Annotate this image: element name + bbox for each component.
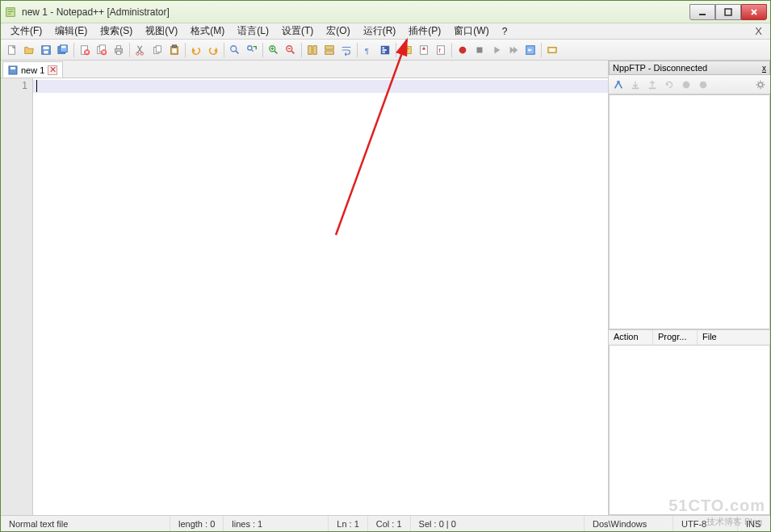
zoom-out-icon[interactable] [283,42,299,58]
nppftp-title: NppFTP - Disconnected [613,63,707,73]
ftp-col-action[interactable]: Action [609,330,653,345]
sync-h-icon[interactable] [321,42,337,58]
svg-point-56 [683,81,690,88]
svg-rect-8 [44,46,49,49]
svg-rect-52 [10,67,15,69]
save-all-icon[interactable] [55,42,71,58]
line-gutter: 1 [1,78,33,515]
undo-icon[interactable] [188,42,204,58]
menu-edit[interactable]: 编辑(E) [48,23,94,40]
editor: 1 [1,78,608,515]
open-file-icon[interactable] [21,42,37,58]
stop-macro-icon[interactable] [471,42,488,58]
ftp-col-progress[interactable]: Progr... [653,330,698,345]
close-button[interactable] [741,4,767,20]
wrap-icon[interactable] [338,42,354,58]
function-list-icon[interactable]: f [433,42,449,58]
menu-run[interactable]: 运行(R) [357,23,403,40]
menu-format[interactable]: 格式(M) [184,23,231,40]
window-controls [689,4,767,20]
svg-rect-24 [156,45,161,52]
show-all-chars-icon[interactable]: ¶ [360,42,376,58]
menu-file[interactable]: 文件(F) [4,23,48,40]
toolbar-separator [185,43,186,57]
status-filetype: Normal text file [1,516,170,531]
find-icon[interactable] [227,42,243,58]
statusbar: Normal text file length : 0 lines : 1 Ln… [1,515,770,531]
save-icon[interactable] [38,42,54,58]
maximize-button[interactable] [715,4,741,20]
menu-view[interactable]: 视图(V) [139,23,184,40]
menu-language[interactable]: 语言(L) [231,23,275,40]
save-macro-icon[interactable] [522,42,538,58]
toolbar-separator [224,43,224,57]
editor-tab[interactable]: new 1 ✕ [2,61,63,77]
menu-search[interactable]: 搜索(S) [94,23,139,40]
nppftp-close-icon[interactable]: x [762,64,766,73]
menu-settings[interactable]: 设置(T) [275,23,320,40]
editor-text-area[interactable] [33,78,608,515]
ftp-abort-icon [678,77,694,93]
cut-icon[interactable] [132,42,149,58]
status-mode: INS [738,516,770,531]
nppftp-toolbar [609,75,770,94]
svg-rect-27 [172,48,176,52]
svg-rect-20 [116,51,120,54]
toolbar-separator [301,43,302,57]
ftp-messages-header: Action Progr... File [609,329,770,346]
ftp-settings-icon[interactable] [752,77,769,93]
play-multi-icon[interactable] [505,42,522,58]
doc-map-icon[interactable] [416,42,432,58]
new-file-icon[interactable] [4,42,20,58]
svg-text:¶: ¶ [365,45,369,54]
svg-rect-54 [632,87,639,89]
window-title: new 1 - Notepad++ [Administrator] [22,6,689,18]
show-ftp-icon[interactable] [544,42,560,58]
print-icon[interactable] [111,42,127,58]
text-caret [36,80,37,92]
menu-macro[interactable]: 宏(O) [320,23,356,40]
indent-guide-icon[interactable] [377,42,393,58]
ftp-messages-list[interactable] [609,346,770,515]
user-lang-icon[interactable] [399,42,415,58]
play-macro-icon[interactable] [488,42,505,58]
file-icon [8,65,18,75]
status-encoding: UTF-8 [673,516,738,531]
tab-close-icon[interactable]: ✕ [48,65,57,75]
toolbar-separator [357,43,358,57]
svg-point-43 [422,47,425,50]
toolbar-separator [451,43,452,57]
redo-icon[interactable] [205,42,221,58]
svg-rect-26 [172,44,176,47]
svg-rect-9 [44,50,48,53]
svg-point-28 [231,45,237,51]
ftp-upload-icon [644,77,660,93]
ftp-connect-icon[interactable] [610,77,626,93]
sync-v-icon[interactable] [304,42,321,58]
ftp-refresh-icon [661,77,677,93]
line-number: 1 [1,80,27,91]
record-macro-icon[interactable] [455,42,471,58]
replace-icon[interactable] [244,42,260,58]
menubar-close-icon[interactable]: X [750,25,767,37]
minimize-button[interactable] [689,4,715,20]
svg-rect-40 [383,51,386,52]
nppftp-titlebar: NppFTP - Disconnected x [609,61,770,75]
close-file-icon[interactable] [77,42,93,58]
ftp-col-file[interactable]: File [698,330,770,345]
ftp-messages-icon [695,77,711,93]
zoom-in-icon[interactable] [266,42,282,58]
copy-icon[interactable] [149,42,166,58]
menu-plugins[interactable]: 插件(P) [402,23,447,40]
ftp-tree-view[interactable] [609,94,770,329]
menu-window[interactable]: 窗口(W) [447,23,495,40]
status-ln: Ln : 1 [329,516,368,531]
menu-help[interactable]: ? [496,24,514,39]
current-line-highlight [33,80,608,93]
svg-point-58 [758,82,762,86]
content-area: new 1 ✕ 1 NppFTP - Disconnected x [1,61,770,515]
close-all-icon[interactable] [94,42,110,58]
paste-icon[interactable] [166,42,182,58]
tab-label: new 1 [21,65,44,75]
status-length: length : 0 [170,516,224,531]
